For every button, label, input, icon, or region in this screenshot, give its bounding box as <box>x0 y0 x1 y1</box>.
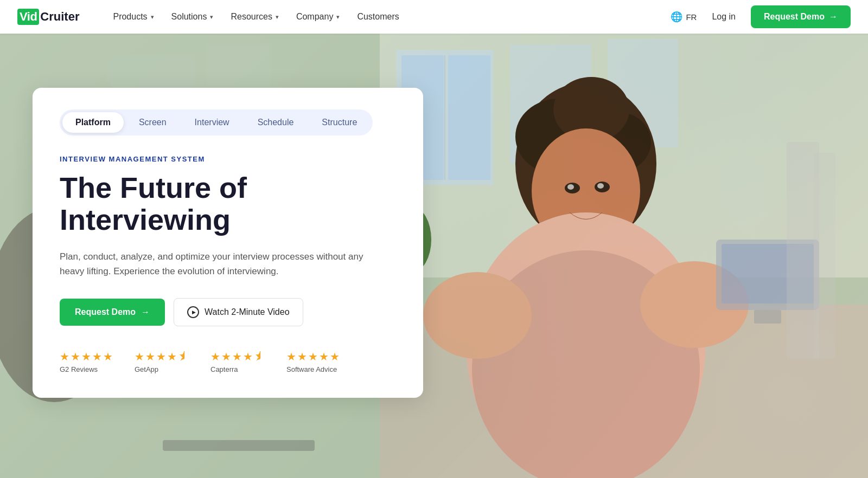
nav-label-company: Company <box>296 12 333 22</box>
request-demo-button-navbar[interactable]: Request Demo → <box>751 5 851 28</box>
navbar: Vid Cruiter Products ▾ Solutions ▾ Resou… <box>0 0 868 34</box>
logo-vid: Vid <box>17 9 39 25</box>
rating-g2: ★ ★ ★ ★ ★ G2 Reviews <box>60 350 113 373</box>
chevron-down-icon: ▾ <box>276 14 279 21</box>
stars-g2: ★ ★ ★ ★ ★ <box>60 350 113 363</box>
hero-card: Platform Screen Interview Schedule Struc… <box>33 88 423 398</box>
stars-software-advice: ★ ★ ★ ★ ★ <box>286 350 340 363</box>
tab-structure[interactable]: Structure <box>309 112 370 133</box>
logo-cruiter: Cruiter <box>40 10 79 24</box>
stars-capterra: ★ ★ ★ ★ ⯨ <box>210 350 265 363</box>
svg-point-22 <box>597 183 604 189</box>
nav-item-customers[interactable]: Customers <box>349 8 406 26</box>
chevron-down-icon: ▾ <box>336 14 340 21</box>
rating-label-getapp: GetApp <box>135 365 158 373</box>
tab-platform[interactable]: Platform <box>62 112 124 133</box>
nav-label-resources: Resources <box>231 12 272 22</box>
arrow-icon: → <box>829 12 838 22</box>
login-button[interactable]: Log in <box>705 8 742 26</box>
arrow-icon: → <box>141 307 150 317</box>
hero-description: Plan, conduct, analyze, and optimize you… <box>60 249 374 279</box>
nav-label-customers: Customers <box>357 12 399 22</box>
stars-getapp: ★ ★ ★ ★ ⯨ <box>135 350 189 363</box>
section-label: INTERVIEW MANAGEMENT SYSTEM <box>60 155 396 163</box>
rating-capterra: ★ ★ ★ ★ ⯨ Capterra <box>210 350 265 373</box>
request-demo-button-hero[interactable]: Request Demo → <box>60 299 165 326</box>
logo[interactable]: Vid Cruiter <box>17 9 79 25</box>
rating-label-capterra: Capterra <box>210 365 238 373</box>
tab-schedule[interactable]: Schedule <box>245 112 307 133</box>
rating-software-advice: ★ ★ ★ ★ ★ Software Advice <box>286 350 340 373</box>
rating-label-g2: G2 Reviews <box>60 365 98 373</box>
nav-item-products[interactable]: Products ▾ <box>105 8 161 26</box>
nav-label-products: Products <box>113 12 147 22</box>
globe-icon: 🌐 <box>671 11 682 23</box>
nav-item-company[interactable]: Company ▾ <box>289 8 347 26</box>
play-icon: ▶ <box>187 306 199 318</box>
language-selector[interactable]: 🌐 FR <box>671 11 697 23</box>
svg-point-17 <box>423 272 532 359</box>
nav-item-solutions[interactable]: Solutions ▾ <box>164 8 221 26</box>
svg-point-21 <box>567 184 574 190</box>
tab-bar: Platform Screen Interview Schedule Struc… <box>60 109 373 135</box>
cta-row: Request Demo → ▶ Watch 2-Minute Video <box>60 298 396 326</box>
nav-item-resources[interactable]: Resources ▾ <box>223 8 286 26</box>
nav-label-solutions: Solutions <box>171 12 207 22</box>
rating-getapp: ★ ★ ★ ★ ⯨ GetApp <box>135 350 189 373</box>
ratings-row: ★ ★ ★ ★ ★ G2 Reviews ★ ★ ★ ★ ⯨ GetApp <box>60 350 396 373</box>
svg-rect-25 <box>754 310 781 324</box>
watch-video-button[interactable]: ▶ Watch 2-Minute Video <box>174 298 303 326</box>
svg-rect-4 <box>448 55 490 180</box>
language-label: FR <box>686 12 697 22</box>
svg-rect-29 <box>163 440 315 451</box>
rating-label-software-advice: Software Advice <box>286 365 337 373</box>
nav-right: 🌐 FR Log in Request Demo → <box>671 5 851 28</box>
tab-screen[interactable]: Screen <box>126 112 180 133</box>
svg-rect-27 <box>814 153 835 359</box>
chevron-down-icon: ▾ <box>210 14 213 21</box>
chevron-down-icon: ▾ <box>151 14 154 21</box>
hero-title: The Future of Interviewing <box>60 172 396 236</box>
hero-background: Platform Screen Interview Schedule Struc… <box>0 34 868 478</box>
nav-menu: Products ▾ Solutions ▾ Resources ▾ Compa… <box>105 8 671 26</box>
tab-interview[interactable]: Interview <box>182 112 242 133</box>
